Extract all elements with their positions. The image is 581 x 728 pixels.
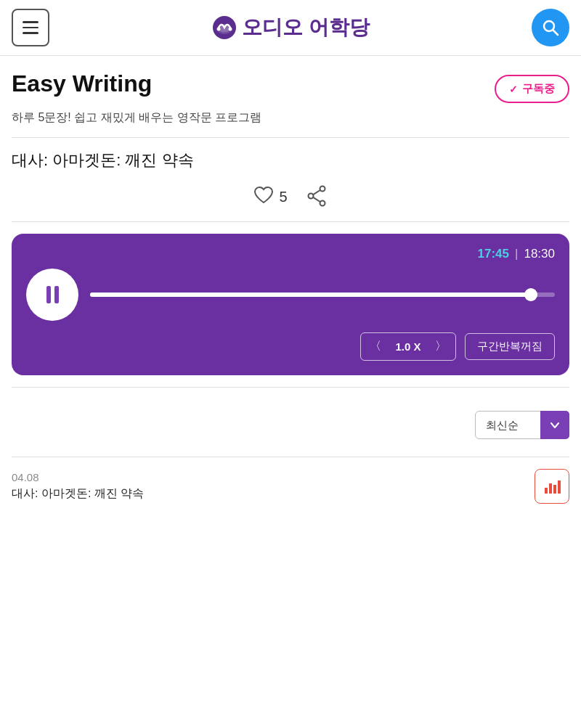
episode-title: 대사: 아마겟돈: 깨진 약속 <box>12 150 569 171</box>
bars-icon <box>543 478 561 495</box>
like-count: 5 <box>279 189 287 205</box>
actions-row: 5 <box>12 184 569 210</box>
episode-date: 04.08 <box>12 471 144 483</box>
player-controls-row: 〈 1.0 X 〉 구간반복꺼짐 <box>26 332 555 361</box>
speed-control: 〈 1.0 X 〉 <box>360 332 456 361</box>
svg-point-4 <box>229 28 232 31</box>
share-button[interactable] <box>305 184 328 210</box>
subtitle: 하루 5문장! 쉽고 재밌게 배우는 영작문 프로그램 <box>12 110 569 126</box>
svg-line-10 <box>313 190 320 195</box>
search-icon <box>541 18 560 37</box>
divider-2 <box>12 221 569 222</box>
progress-container[interactable] <box>90 293 555 297</box>
menu-icon <box>23 21 38 34</box>
sort-section: 최신순 오래된순 <box>12 399 569 451</box>
player-main-row <box>26 269 555 321</box>
divider-1 <box>12 137 569 138</box>
player-time-row: 17:45 | 18:30 <box>26 247 555 261</box>
episode-bars-button[interactable] <box>535 469 569 504</box>
header: 오디오 어학당 <box>0 0 581 56</box>
title-section: Easy Writing ✓구독중 <box>12 70 569 103</box>
pause-icon <box>46 286 59 303</box>
like-button[interactable]: 5 <box>253 184 287 210</box>
svg-rect-13 <box>549 483 552 494</box>
current-time: 17:45 <box>478 247 509 261</box>
list-item: 04.08 대사: 아마겟돈: 깨진 약속 <box>12 457 569 515</box>
divider-3 <box>12 387 569 388</box>
audio-player: 17:45 | 18:30 〈 1.0 X 〉 <box>12 234 569 375</box>
svg-rect-12 <box>545 488 548 494</box>
progress-bar-track[interactable] <box>90 293 555 297</box>
play-pause-button[interactable] <box>26 269 78 321</box>
speed-value: 1.0 X <box>390 335 426 359</box>
svg-line-6 <box>553 30 558 36</box>
share-icon <box>305 199 328 210</box>
subscribe-button[interactable]: ✓구독중 <box>495 75 569 103</box>
menu-button[interactable] <box>12 9 49 46</box>
episode-item-left: 04.08 대사: 아마겟돈: 깨진 약속 <box>12 471 144 502</box>
svg-rect-14 <box>553 485 556 494</box>
episode-name: 대사: 아마겟돈: 깨진 약속 <box>12 486 144 502</box>
sort-select-wrapper: 최신순 오래된순 <box>475 411 569 439</box>
logo: 오디오 어학당 <box>211 14 370 41</box>
svg-line-11 <box>313 197 320 202</box>
speed-increase-button[interactable]: 〉 <box>426 333 455 360</box>
heart-icon <box>253 184 275 210</box>
subscribe-inner-label: 구독중 <box>522 82 555 96</box>
sort-select[interactable]: 최신순 오래된순 <box>475 411 569 439</box>
logo-text: 오디오 어학당 <box>242 14 370 41</box>
search-button[interactable] <box>532 9 569 46</box>
page-title: Easy Writing <box>12 70 152 97</box>
svg-rect-15 <box>558 480 561 494</box>
logo-icon <box>211 15 237 41</box>
progress-bar-fill <box>90 293 532 297</box>
total-time: 18:30 <box>524 247 555 261</box>
episode-list: 04.08 대사: 아마겟돈: 깨진 약속 <box>12 457 569 515</box>
main-content: Easy Writing ✓구독중 하루 5문장! 쉽고 재밌게 배우는 영작문… <box>0 56 581 515</box>
time-separator: | <box>515 247 518 261</box>
svg-point-3 <box>217 28 221 31</box>
loop-label: 구간반복꺼짐 <box>477 340 543 352</box>
check-icon: ✓ <box>509 83 518 95</box>
loop-button[interactable]: 구간반복꺼짐 <box>465 333 555 360</box>
speed-decrease-button[interactable]: 〈 <box>361 333 390 360</box>
